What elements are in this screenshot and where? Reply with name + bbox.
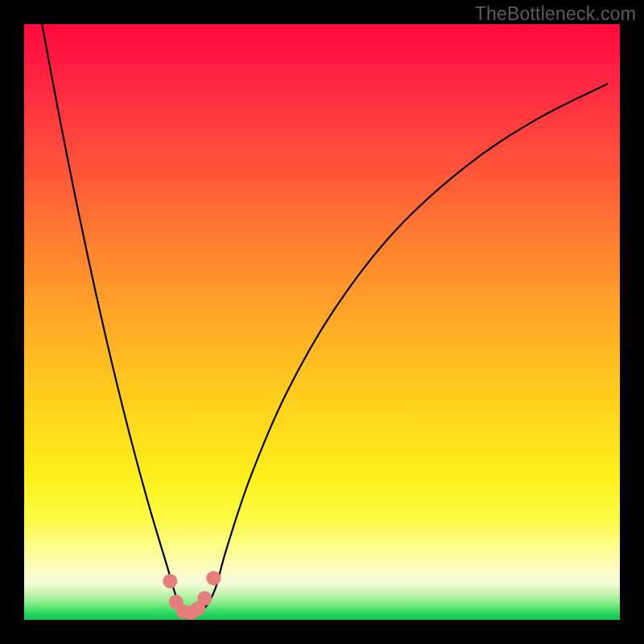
curve-marker	[197, 591, 212, 605]
bottleneck-curve	[24, 24, 620, 620]
curve-path	[42, 24, 608, 615]
curve-marker	[206, 571, 221, 585]
watermark-text: TheBottleneck.com	[475, 3, 636, 25]
plot-area	[24, 24, 620, 620]
curve-marker	[163, 574, 177, 588]
chart-frame: TheBottleneck.com	[0, 0, 644, 644]
